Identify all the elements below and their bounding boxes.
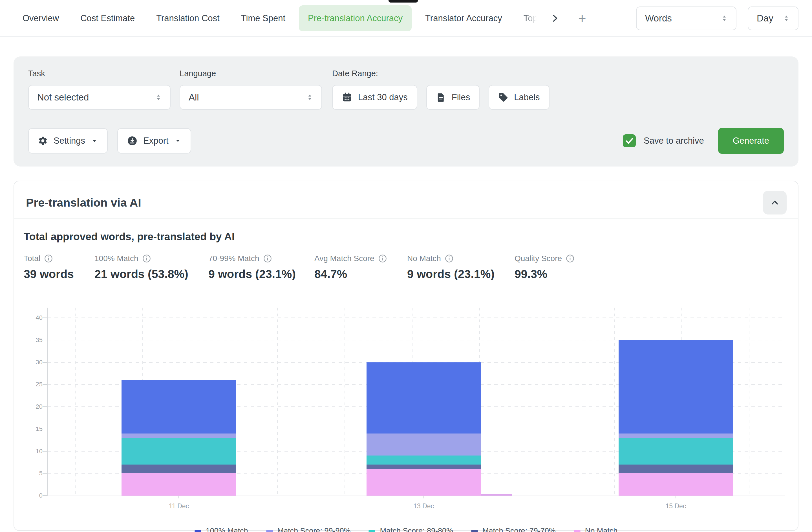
chart-subtitle: Total approved words, pre-translated by … [24,231,798,243]
y-axis-tick-label: 20 [36,403,43,410]
y-axis-tick [43,473,47,474]
files-filter-button[interactable]: Files [426,85,480,110]
bar-segment [366,362,481,434]
unfold-arrows-icon [305,93,315,102]
gridline-vertical [277,308,278,495]
generate-button[interactable]: Generate [718,128,784,154]
save-to-archive-checkbox[interactable] [623,134,636,147]
stat-quality-score: Quality Score 99.3% [514,254,574,281]
date-range-group: Date Range: Last 30 days [332,69,550,110]
save-to-archive-label[interactable]: Save to archive [644,136,704,146]
legend-label: 100% Match [206,527,248,532]
date-range-button[interactable]: Last 30 days [332,85,417,110]
stacked-bar-15-dec[interactable] [619,340,733,495]
y-axis-tick-label: 35 [36,336,43,344]
tab-pre-translation-accuracy[interactable]: Pre-translation Accuracy [299,5,412,31]
stacked-bar-13-dec[interactable] [366,362,481,496]
bar-segment [619,438,733,464]
gridline-vertical [345,308,345,495]
task-select-value: Not selected [37,92,89,103]
tab-cost-estimate[interactable]: Cost Estimate [81,13,135,24]
info-icon[interactable] [445,254,453,263]
info-icon[interactable] [263,254,272,263]
settings-button[interactable]: Settings [28,128,108,154]
x-axis-tick [423,495,424,499]
bar-segment [366,434,481,456]
legend-item[interactable]: No Match [574,527,618,532]
stat-label: 100% Match [95,254,139,263]
info-icon[interactable] [566,254,574,263]
language-select[interactable]: All [179,85,322,110]
stat-label: Total [24,254,40,263]
legend-item[interactable]: Match Score: 99-90% [266,527,351,532]
stat-70-99-match: 70-99% Match 9 words (23.1%) [208,254,296,281]
legend-item[interactable]: 100% Match [194,527,248,532]
tab-translator-accuracy[interactable]: Translator Accuracy [425,13,502,24]
tab-top-truncated[interactable]: Top [524,13,538,24]
y-axis-tick-label: 30 [36,359,43,366]
tab-translation-cost[interactable]: Translation Cost [156,13,220,24]
bar-segment [121,464,236,474]
task-select[interactable]: Not selected [28,85,171,110]
legend-item[interactable]: Match Score: 89-80% [368,527,453,532]
info-icon[interactable] [44,254,53,263]
export-button[interactable]: Export [117,128,191,154]
tab-overview[interactable]: Overview [23,13,59,24]
report-tabs: Overview Cost Estimate Translation Cost … [23,5,538,31]
bar-segment [121,473,236,495]
bar-segment [619,340,733,434]
tabs-scroll-right-button[interactable] [550,14,560,23]
report-card: Pre-translation via AI Total approved wo… [14,181,798,531]
settings-button-label: Settings [54,136,85,146]
collapse-card-button[interactable] [763,191,787,214]
calendar-icon [342,92,352,103]
add-report-tab-button[interactable]: + [578,12,586,25]
bar-segment [619,473,733,495]
chart-area: 051015202530354011 Dec13 Dec15 Dec [47,308,783,496]
y-axis-tick [43,495,47,496]
bar-segment [366,464,481,469]
y-axis-tick [43,406,47,407]
gridline-vertical [749,308,750,495]
stat-100-match: 100% Match 21 words (53.8%) [95,254,188,281]
y-axis-tick-label: 40 [36,314,43,321]
labels-filter-button[interactable]: Labels [489,85,549,110]
stat-total: Total 39 words [24,254,74,281]
stats-row: Total 39 words 100% Match 21 words (53.8… [14,254,798,288]
report-tabs-bar: Overview Cost Estimate Translation Cost … [0,0,812,37]
stat-value: 39 words [24,268,74,281]
task-label: Task [28,69,171,78]
stat-no-match: No Match 9 words (23.1%) [407,254,494,281]
unit-select[interactable]: Words [636,6,737,30]
chevron-up-icon [770,198,780,208]
legend-item[interactable]: Match Score: 79-70% [471,527,556,532]
near-zero-bar [480,494,512,495]
legend-marker [368,530,375,532]
task-filter-group: Task Not selected [28,69,171,110]
tag-icon [498,92,508,102]
screen-notch [389,0,418,2]
period-select[interactable]: Day [748,6,798,30]
tab-time-spent[interactable]: Time Spent [241,13,285,24]
legend-label: Match Score: 79-70% [482,527,556,532]
nav-selects: Words Day [636,6,798,30]
chevron-right-icon [550,14,560,23]
stat-value: 9 words (23.1%) [208,268,296,281]
info-icon[interactable] [142,254,151,263]
stat-label: Quality Score [514,254,562,263]
y-axis-tick-label: 10 [36,448,43,455]
bar-segment [619,434,733,438]
bar-segment [619,464,733,474]
stat-label: 70-99% Match [208,254,259,263]
y-axis-tick [43,318,47,318]
x-axis-label: 11 Dec [169,502,189,510]
labels-button-label: Labels [514,92,540,102]
card-divider [14,219,798,219]
stat-value: 84.7% [314,268,387,281]
info-icon[interactable] [378,254,387,263]
legend-marker [194,530,201,532]
x-axis-tick [676,495,676,499]
stacked-bar-11-dec[interactable] [121,380,236,496]
y-axis-tick [43,362,47,363]
stat-avg-match-score: Avg Match Score 84.7% [314,254,387,281]
